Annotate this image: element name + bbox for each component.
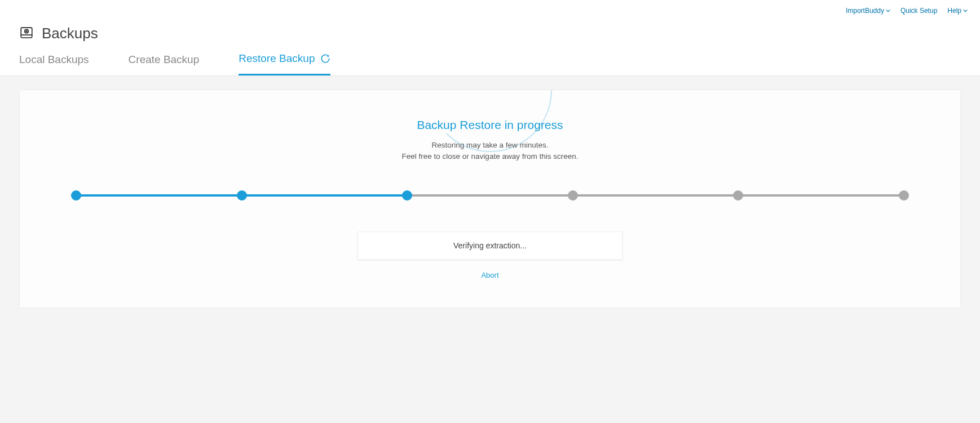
step-dot-1 bbox=[71, 190, 81, 201]
help-link[interactable]: Help bbox=[947, 7, 968, 15]
progress-subtitle: Restoring may take a few minutes. Feel f… bbox=[70, 140, 910, 162]
progress-steps bbox=[76, 190, 904, 201]
page-title: Backups bbox=[42, 25, 98, 42]
progress-sub-line1: Restoring may take a few minutes. bbox=[431, 141, 548, 149]
chevron-down-icon bbox=[886, 7, 890, 15]
progress-sub-line2: Feel free to close or navigate away from… bbox=[402, 152, 579, 161]
tab-create-backup[interactable]: Create Backup bbox=[129, 52, 200, 75]
tab-label: Create Backup bbox=[129, 54, 200, 66]
chevron-down-icon bbox=[963, 7, 968, 15]
restore-progress-card: Backup Restore in progress Restoring may… bbox=[19, 90, 961, 308]
tab-label: Restore Backup bbox=[239, 52, 315, 65]
loading-spinner-icon bbox=[320, 54, 330, 64]
status-message: Verifying extraction... bbox=[357, 231, 623, 260]
step-dot-3 bbox=[402, 190, 412, 201]
tab-restore-backup[interactable]: Restore Backup bbox=[239, 52, 330, 75]
step-dot-6 bbox=[899, 190, 909, 201]
help-label: Help bbox=[947, 7, 961, 15]
tab-label: Local Backups bbox=[19, 54, 89, 66]
tabs: Local Backups Create Backup Restore Back… bbox=[0, 52, 980, 75]
backup-icon bbox=[19, 25, 34, 42]
quick-setup-link[interactable]: Quick Setup bbox=[900, 7, 937, 15]
importbuddy-link[interactable]: ImportBuddy bbox=[846, 7, 890, 15]
step-dot-2 bbox=[237, 190, 247, 201]
step-dot-4 bbox=[568, 190, 578, 201]
quick-setup-label: Quick Setup bbox=[900, 7, 937, 15]
tab-local-backups[interactable]: Local Backups bbox=[19, 52, 89, 75]
page-header: Backups bbox=[0, 17, 980, 52]
step-dot-5 bbox=[733, 190, 743, 201]
top-nav: ImportBuddy Quick Setup Help bbox=[0, 0, 980, 17]
progress-title: Backup Restore in progress bbox=[70, 118, 910, 132]
importbuddy-label: ImportBuddy bbox=[846, 7, 884, 15]
abort-link[interactable]: Abort bbox=[70, 271, 910, 279]
